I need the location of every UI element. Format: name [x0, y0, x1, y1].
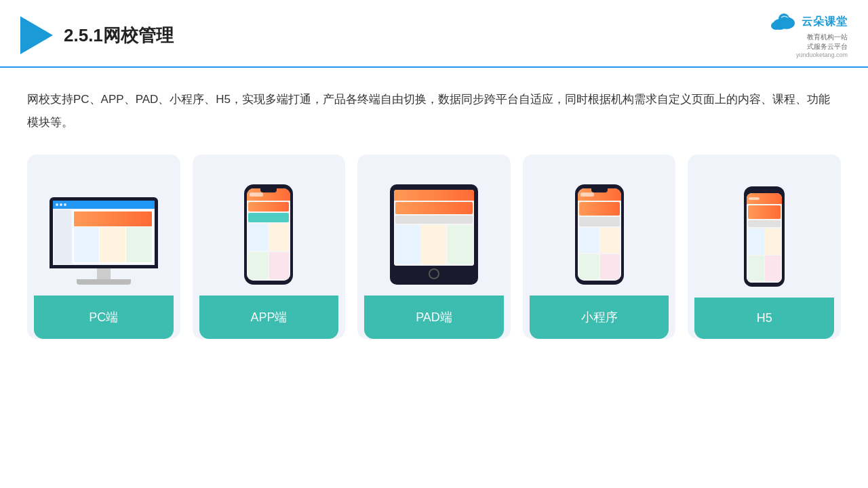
svg-point-2: [771, 22, 781, 30]
device-card-pad: PAD端: [357, 155, 511, 339]
tablet-screen-top: [394, 190, 474, 201]
device-label-h5: H5: [694, 298, 834, 339]
device-image-app: [199, 169, 339, 285]
device-image-miniprogram: [530, 169, 669, 285]
device-label-pad: PAD端: [364, 296, 504, 339]
phone-mini-body: [747, 204, 782, 283]
device-label-app: APP端: [199, 296, 339, 339]
header-right: 云朵课堂 教育机构一站 式服务云平台 yunduoketang.com: [769, 12, 848, 58]
content: 网校支持PC、APP、PAD、小程序、H5，实现多端打通，产品各终端自由切换，数…: [0, 68, 868, 352]
phone-screen-app: [247, 188, 290, 281]
device-label-miniprogram: 小程序: [530, 296, 669, 339]
monitor-frame: [50, 197, 158, 268]
header: 2.5.1网校管理 云朵课堂 教育机构一站 式服务云平台 yunduoket: [0, 0, 868, 68]
devices-grid: PC端: [27, 155, 841, 339]
brand-logo: 云朵课堂 教育机构一站 式服务云平台 yunduoketang.com: [769, 12, 848, 58]
screen-cards: [74, 227, 152, 262]
device-card-pc: PC端: [27, 155, 180, 339]
monitor-neck: [97, 268, 111, 279]
screen-header-bar: [53, 201, 155, 209]
device-image-pad: [364, 169, 504, 285]
phone-screen-content: [247, 201, 290, 281]
device-image-h5: [694, 169, 834, 287]
logo-triangle-icon: [20, 16, 53, 54]
tablet-screen-body: [394, 201, 474, 266]
device-image-pc: [34, 169, 174, 285]
phone-mock-app: [244, 184, 293, 285]
cloud-icon: [769, 12, 797, 31]
device-card-h5: H5: [688, 155, 841, 339]
tablet-mock: [390, 184, 478, 285]
header-left: 2.5.1网校管理: [20, 16, 174, 54]
phone-mock-miniprogram: [575, 184, 624, 285]
device-label-pc: PC端: [34, 296, 174, 339]
phone-mock-h5: [744, 186, 785, 287]
brand-subtitle: 教育机构一站 式服务云平台: [807, 33, 848, 52]
desktop-mock: [50, 197, 158, 285]
page-title: 2.5.1网校管理: [64, 24, 174, 47]
monitor-screen-content: [53, 201, 155, 265]
device-card-app: APP端: [193, 155, 346, 339]
screen-main-area: [73, 210, 153, 264]
svg-point-3: [778, 14, 789, 24]
screen-body: [53, 209, 155, 265]
brand-url: yunduoketang.com: [796, 52, 848, 58]
tablet-screen: [394, 190, 474, 266]
brand-logo-icon: 云朵课堂: [769, 12, 848, 31]
description-text: 网校支持PC、APP、PAD、小程序、H5，实现多端打通，产品各终端自由切换，数…: [27, 88, 841, 134]
phone-screen-content-mini: [578, 201, 621, 281]
phone-mini-top: [747, 193, 782, 204]
phone-notch-mini: [591, 188, 608, 192]
phone-notch: [260, 188, 277, 192]
brand-name: 云朵课堂: [802, 15, 848, 29]
phone-mini-notch: [757, 186, 771, 192]
screen-banner: [74, 211, 152, 226]
screen-sidebar: [54, 210, 71, 264]
phone-mini-screen: [747, 193, 782, 283]
monitor-base: [77, 279, 131, 285]
phone-screen-miniprogram: [578, 188, 621, 281]
tablet-home-btn: [429, 268, 439, 279]
device-card-miniprogram: 小程序: [523, 155, 676, 339]
